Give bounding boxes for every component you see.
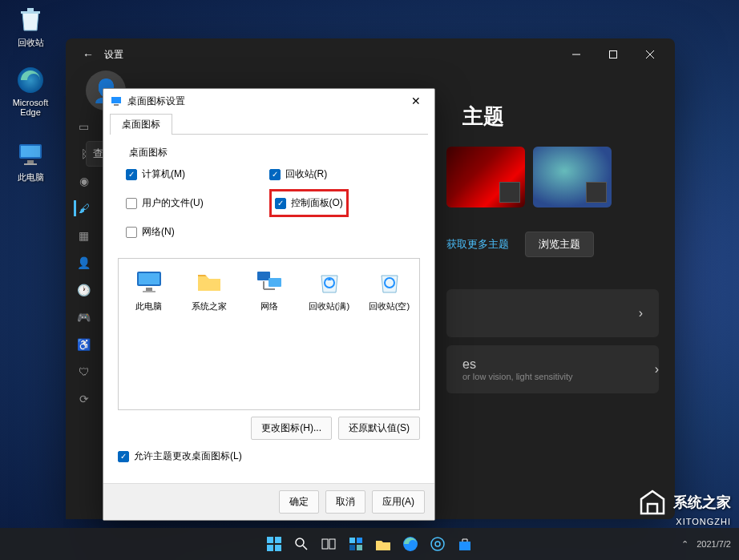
cancel-button[interactable]: 取消	[325, 490, 365, 514]
dialog-close-button[interactable]: ✕	[404, 95, 428, 107]
folder-icon	[194, 267, 224, 297]
ok-button[interactable]: 确定	[279, 490, 319, 514]
sidebar-accessibility-icon[interactable]: ♿	[76, 336, 92, 353]
sidebar-time-icon[interactable]: 🕐	[76, 282, 92, 298]
desktop-icon-recycle-bin[interactable]: 回收站	[6, 3, 55, 49]
checkbox-icon	[126, 198, 137, 209]
this-pc-icon	[134, 267, 164, 297]
svg-rect-11	[114, 104, 119, 106]
desktop-icon-settings-dialog: 桌面图标设置 ✕ 桌面图标 桌面图标 ✓ 计算机(M) ✓ 回收站(R) 用户的…	[103, 88, 435, 521]
sidebar-display-icon[interactable]: ▭	[76, 119, 92, 135]
sidebar-update-icon[interactable]: ⟳	[76, 391, 92, 407]
svg-rect-15	[143, 291, 155, 292]
sidebar-gaming-icon[interactable]: 🎮	[76, 309, 92, 325]
desktop-icon-label: 回收站	[6, 37, 55, 49]
taskbar-system-tray[interactable]: ⌃ 2021/7/2	[681, 539, 731, 550]
minimize-button[interactable]	[558, 42, 595, 67]
dialog-title: 桌面图标设置	[127, 95, 404, 108]
checkbox-control-panel[interactable]: ✓ 控制面板(O)	[275, 196, 343, 210]
checkbox-computer[interactable]: ✓ 计算机(M)	[126, 167, 269, 181]
dialog-titlebar[interactable]: 桌面图标设置 ✕	[103, 89, 434, 113]
icon-label: 回收站(满)	[309, 301, 349, 311]
dialog-icon	[110, 95, 123, 107]
taskbar-search-icon[interactable]	[290, 533, 313, 555]
dialog-tab-desktop-icons[interactable]: 桌面图标	[110, 114, 172, 135]
checkbox-label: 回收站(R)	[285, 167, 328, 181]
group-label: 桌面图标	[126, 146, 412, 159]
browse-themes-button[interactable]: 浏览主题	[525, 232, 594, 257]
network-icon	[254, 267, 285, 297]
row-subtitle: or low vision, light sensitivity	[462, 372, 573, 381]
checkbox-network[interactable]: 网络(N)	[126, 225, 269, 239]
watermark-logo-icon	[638, 488, 667, 517]
start-button[interactable]	[263, 533, 285, 555]
taskbar-store-icon[interactable]	[454, 533, 476, 555]
svg-rect-7	[610, 51, 617, 58]
back-button[interactable]: ←	[72, 48, 104, 61]
chevron-right-icon: ›	[655, 362, 659, 377]
checkbox-recycle-bin[interactable]: ✓ 回收站(R)	[269, 167, 413, 181]
checkbox-label: 网络(N)	[142, 225, 175, 239]
svg-line-27	[303, 546, 307, 550]
taskbar: ⌃ 2021/7/2	[0, 528, 739, 560]
svg-rect-28	[322, 539, 328, 549]
svg-rect-32	[349, 545, 355, 550]
settings-related-row-1[interactable]: ›	[446, 289, 659, 337]
apply-button[interactable]: 应用(A)	[372, 490, 425, 514]
tray-chevron-icon[interactable]: ⌃	[681, 539, 689, 550]
get-more-themes-link[interactable]: 获取更多主题	[446, 237, 509, 252]
svg-rect-5	[24, 163, 37, 165]
taskbar-taskview-icon[interactable]	[317, 533, 340, 555]
checkbox-icon: ✓	[269, 169, 281, 180]
change-icon-button[interactable]: 更改图标(H)...	[251, 417, 332, 440]
icon-preview-list: 此电脑 系统之家 网络 回收站(满) 回收站(空)	[118, 258, 420, 410]
icon-item-network[interactable]: 网络	[247, 267, 291, 312]
settings-titlebar[interactable]: ← 设置	[66, 38, 675, 71]
icon-label: 回收站(空)	[369, 301, 410, 311]
watermark-url: XITONGZHI	[638, 517, 731, 526]
checkbox-allow-themes[interactable]: ✓ 允许主题更改桌面图标(L)	[118, 449, 420, 463]
checkbox-label: 计算机(M)	[142, 167, 185, 181]
checkbox-label: 用户的文件(U)	[142, 196, 204, 210]
page-title: 主题	[462, 103, 659, 131]
taskbar-explorer-icon[interactable]	[372, 533, 394, 555]
settings-related-row-2[interactable]: es or low vision, light sensitivity ›	[446, 345, 659, 393]
sidebar-accounts-icon[interactable]: 👤	[76, 255, 92, 271]
sidebar-privacy-icon[interactable]: 🛡	[76, 364, 92, 380]
restore-default-button[interactable]: 还原默认值(S)	[338, 417, 420, 440]
theme-thumbnail-wave[interactable]	[533, 147, 612, 207]
svg-rect-16	[257, 272, 270, 280]
svg-rect-29	[329, 539, 335, 549]
desktop-icon-this-pc[interactable]: 此电脑	[6, 138, 55, 183]
svg-rect-25	[275, 545, 281, 551]
taskbar-settings-icon[interactable]	[426, 533, 449, 555]
svg-point-36	[431, 538, 444, 550]
maximize-button[interactable]	[595, 42, 632, 67]
svg-rect-17	[269, 278, 281, 287]
row-title: es	[462, 357, 476, 372]
checkbox-user-files[interactable]: 用户的文件(U)	[126, 189, 269, 217]
icon-label: 网络	[260, 301, 278, 311]
sidebar-network-icon[interactable]: ◉	[76, 173, 92, 189]
icon-label: 此电脑	[135, 301, 162, 311]
taskbar-widgets-icon[interactable]	[345, 533, 367, 555]
sidebar-apps-icon[interactable]: ▦	[76, 228, 92, 244]
highlight-control-panel: ✓ 控制面板(O)	[269, 189, 349, 217]
checkbox-icon: ✓	[118, 451, 129, 462]
taskbar-edge-icon[interactable]	[399, 533, 422, 555]
svg-rect-3	[21, 146, 40, 157]
this-pc-icon	[14, 138, 46, 170]
svg-rect-14	[146, 288, 152, 291]
icon-item-this-pc[interactable]: 此电脑	[127, 267, 171, 312]
icon-item-home[interactable]: 系统之家	[187, 267, 231, 312]
icon-item-recycle-full[interactable]: 回收站(满)	[307, 267, 351, 312]
desktop-icon-edge[interactable]: Microsoft Edge	[6, 64, 55, 117]
icon-item-recycle-empty[interactable]: 回收站(空)	[367, 267, 411, 312]
recycle-empty-icon	[374, 267, 405, 297]
sidebar-personalization-icon[interactable]: 🖌	[74, 200, 90, 216]
theme-thumbnail-red[interactable]	[446, 147, 525, 207]
svg-rect-23	[275, 537, 281, 543]
checkbox-label: 控制面板(O)	[291, 196, 343, 210]
close-button[interactable]	[632, 42, 668, 67]
svg-point-35	[435, 542, 440, 546]
